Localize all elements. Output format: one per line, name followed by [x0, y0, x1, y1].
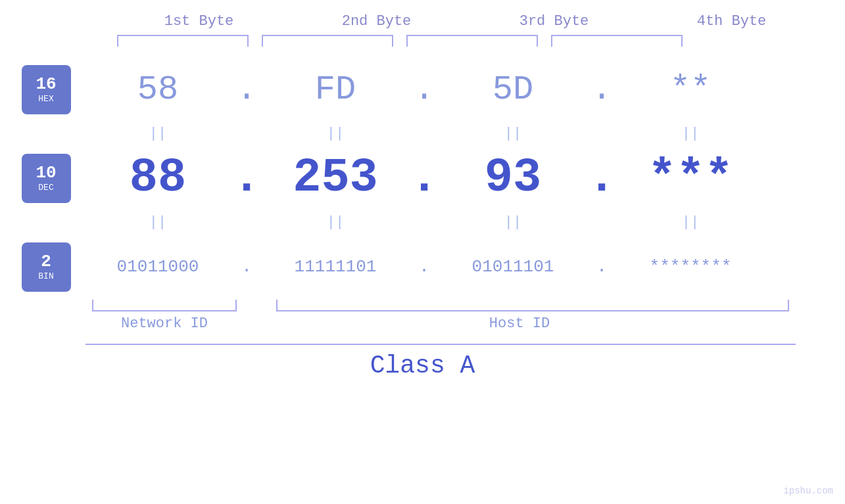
eq-b2-1: ||: [263, 126, 408, 142]
eq-b3-2: ||: [441, 214, 585, 231]
bin-d1: .: [230, 257, 263, 277]
bin-row: 01011000 . 11111101 . 01011101 .: [85, 237, 845, 296]
bin-b2: 11111101: [263, 257, 408, 277]
bracket-host: [276, 300, 789, 311]
dec-d3: .: [585, 151, 618, 205]
class-bracket-line: [85, 344, 796, 345]
dec-b1: 88: [85, 151, 230, 205]
hex-d1: .: [230, 70, 263, 109]
hex-badge-label: HEX: [38, 94, 53, 104]
hex-row: 58 . FD . 5D . **: [85, 60, 845, 119]
byte3-header: 3rd Byte: [482, 13, 627, 30]
base-labels: 16 HEX 10 DEC 2 BIN: [0, 60, 85, 296]
eq-b4-2: ||: [618, 214, 763, 231]
eq-row-1: || || || ||: [85, 119, 845, 149]
dec-badge-label: DEC: [38, 183, 53, 193]
bin-d3: .: [585, 257, 618, 277]
dec-badge-num: 10: [36, 164, 56, 183]
bin-badge: 2 BIN: [22, 242, 71, 292]
dec-d2: .: [408, 151, 441, 205]
class-row: Class A: [0, 344, 845, 380]
bin-d2: .: [408, 257, 441, 277]
byte4-header: 4th Byte: [660, 13, 804, 30]
dec-row: 88 . 253 . 93 . ***: [85, 149, 845, 208]
dec-b3: 93: [441, 151, 585, 205]
bin-b3: 01011101: [441, 257, 585, 277]
byte1-header: 1st Byte: [127, 13, 272, 30]
byte2-header: 2nd Byte: [304, 13, 449, 30]
bin-b1: 01011000: [85, 257, 230, 277]
main-container: 1st Byte 2nd Byte 3rd Byte 4th Byte 16 H…: [0, 0, 845, 504]
network-id-label: Network ID: [85, 315, 243, 332]
eq-b2-2: ||: [263, 214, 408, 231]
dec-b2: 253: [263, 151, 408, 205]
bin-b4: ********: [618, 257, 763, 277]
hex-badge: 16 HEX: [22, 65, 71, 114]
bracket-gap: [243, 300, 276, 311]
hex-badge-num: 16: [36, 75, 56, 94]
dec-badge: 10 DEC: [22, 154, 71, 203]
eq-b1-2: ||: [85, 214, 230, 231]
bin-badge-wrapper: 2 BIN: [22, 237, 71, 296]
dec-b4: ***: [618, 151, 763, 205]
hex-d2: .: [408, 70, 441, 109]
host-id-label: Host ID: [243, 315, 796, 332]
dec-d1: .: [230, 151, 263, 205]
hex-b2: FD: [263, 70, 408, 109]
bracket-net: [92, 300, 237, 311]
eq-b3-1: ||: [441, 126, 585, 142]
dec-badge-wrapper: 10 DEC: [22, 149, 71, 208]
eq-row-2: || || || ||: [85, 208, 845, 237]
byte-headers: 1st Byte 2nd Byte 3rd Byte 4th Byte: [110, 13, 821, 30]
watermark: ipshu.com: [783, 486, 833, 496]
top-brackets: [110, 35, 821, 47]
eq-b1-1: ||: [85, 126, 230, 142]
hex-b1: 58: [85, 70, 230, 109]
hex-b4: **: [618, 70, 763, 109]
rows-area: 58 . FD . 5D . **: [85, 60, 845, 296]
hex-badge-wrapper: 16 HEX: [22, 60, 71, 119]
eq-b4-1: ||: [618, 126, 763, 142]
class-label: Class A: [0, 352, 845, 380]
bracket-top-1: [117, 35, 249, 47]
main-content: 16 HEX 10 DEC 2 BIN: [0, 60, 845, 296]
bottom-brackets: [85, 300, 796, 311]
bin-badge-label: BIN: [38, 271, 53, 281]
hex-b3: 5D: [441, 70, 585, 109]
id-labels: Network ID Host ID: [85, 315, 796, 332]
bracket-top-4: [551, 35, 683, 47]
bin-badge-num: 2: [41, 252, 51, 271]
bracket-top-3: [406, 35, 538, 47]
bracket-top-2: [262, 35, 393, 47]
hex-d3: .: [585, 70, 618, 109]
bottom-section: Network ID Host ID: [0, 300, 845, 332]
